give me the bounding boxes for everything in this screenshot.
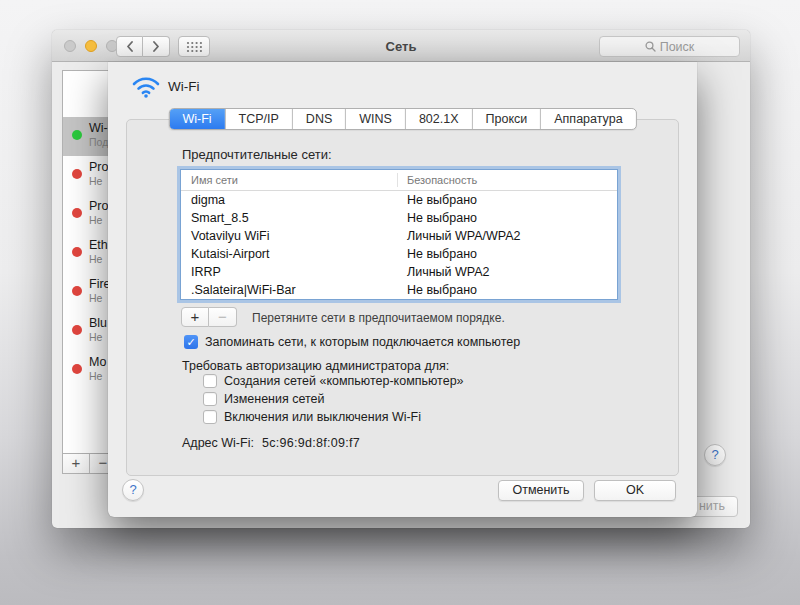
remember-networks-label: Запоминать сети, к которым подключается … [205, 335, 520, 349]
status-dot-disconnected-icon [72, 286, 82, 296]
status-dot-disconnected-icon [72, 364, 82, 374]
admin-option-create-networks[interactable]: Создания сетей «компьютер-компьютер» [203, 374, 464, 388]
tab-dns[interactable]: DNS [292, 109, 345, 129]
remove-network-button[interactable]: − [209, 307, 237, 327]
checkbox-unchecked-icon [203, 392, 217, 406]
network-security: Личный WPA2 [407, 265, 490, 279]
network-security: Личный WPA/WPA2 [407, 229, 521, 243]
network-list-actions: + − [181, 307, 237, 327]
network-name: Votavilyu WiFi [191, 229, 270, 243]
checkbox-unchecked-icon [203, 410, 217, 424]
network-name: Kutaisi-Airport [191, 247, 270, 261]
preferred-networks-table: Имя сети Безопасность digma Не выбрано S… [180, 169, 618, 300]
add-service-button[interactable]: + [63, 454, 90, 473]
ok-button[interactable]: OK [594, 480, 676, 501]
admin-option-label: Изменения сетей [224, 392, 325, 406]
checkbox-unchecked-icon [203, 374, 217, 388]
tab-wifi[interactable]: Wi-Fi [169, 109, 224, 129]
sheet-header: Wi-Fi [132, 75, 199, 98]
network-security: Не выбрано [407, 283, 477, 297]
admin-option-change-networks[interactable]: Изменения сетей [203, 392, 325, 406]
add-network-button[interactable]: + [181, 307, 209, 327]
tab-wins[interactable]: WINS [345, 109, 405, 129]
network-name: digma [191, 193, 225, 207]
admin-option-toggle-wifi[interactable]: Включения или выключения Wi-Fi [203, 410, 421, 424]
status-dot-connected-icon [72, 130, 82, 140]
admin-auth-label: Требовать авторизацию администратора для… [182, 359, 449, 373]
search-placeholder: Поиск [660, 40, 695, 54]
wifi-address-value: 5c:96:9d:8f:09:f7 [262, 436, 360, 450]
tab-proxies[interactable]: Прокси [472, 109, 541, 129]
service-title: Wi-Fi [168, 79, 199, 94]
column-header-network-name: Имя сети [191, 174, 238, 186]
preferences-help-button[interactable]: ? [704, 444, 726, 466]
search-icon [645, 41, 656, 52]
network-security: Не выбрано [407, 211, 477, 225]
tab-hardware[interactable]: Аппаратура [540, 109, 635, 129]
search-field[interactable]: Поиск [599, 36, 740, 57]
network-security: Не выбрано [407, 247, 477, 261]
remember-networks-checkbox-row[interactable]: ✓ Запоминать сети, к которым подключаетс… [184, 335, 520, 349]
status-dot-disconnected-icon [72, 208, 82, 218]
table-row[interactable]: Kutaisi-Airport Не выбрано [181, 245, 617, 263]
network-name: .Salateira|WiFi-Bar [191, 283, 296, 297]
status-dot-disconnected-icon [72, 169, 82, 179]
wifi-address-label: Адрес Wi-Fi: [182, 436, 254, 450]
column-divider [397, 173, 398, 187]
drag-hint-text: Перетяните сети в предпочитаемом порядке… [252, 311, 505, 325]
desktop-background: Сеть Поиск Wi- Под Pro Не [0, 0, 800, 605]
table-header: Имя сети Безопасность [181, 170, 617, 191]
network-name: IRRP [191, 265, 221, 279]
wifi-icon [132, 75, 160, 98]
titlebar: Сеть Поиск [52, 30, 750, 62]
table-row[interactable]: digma Не выбрано [181, 191, 617, 209]
table-row[interactable]: Votavilyu WiFi Личный WPA/WPA2 [181, 227, 617, 245]
checkbox-checked-icon: ✓ [184, 335, 198, 349]
network-name: Smart_8.5 [191, 211, 249, 225]
sheet-help-button[interactable]: ? [122, 479, 144, 501]
settings-tab-bar: Wi-Fi TCP/IP DNS WINS 802.1X Прокси Аппа… [168, 108, 636, 130]
status-dot-disconnected-icon [72, 247, 82, 257]
preferred-networks-label: Предпочтительные сети: [182, 147, 332, 162]
cancel-button[interactable]: Отменить [498, 480, 584, 501]
table-row[interactable]: IRRP Личный WPA2 [181, 263, 617, 281]
status-dot-disconnected-icon [72, 325, 82, 335]
admin-option-label: Включения или выключения Wi-Fi [224, 410, 421, 424]
wifi-address-row: Адрес Wi-Fi:5c:96:9d:8f:09:f7 [182, 436, 360, 450]
admin-option-label: Создания сетей «компьютер-компьютер» [224, 374, 464, 388]
table-row[interactable]: Smart_8.5 Не выбрано [181, 209, 617, 227]
network-security: Не выбрано [407, 193, 477, 207]
column-header-security: Безопасность [407, 174, 477, 186]
wifi-settings-sheet: Wi-Fi Wi-Fi TCP/IP DNS WINS 802.1X Прокс… [108, 62, 697, 517]
table-row[interactable]: .Salateira|WiFi-Bar Не выбрано [181, 281, 617, 299]
tab-8021x[interactable]: 802.1X [405, 109, 472, 129]
tab-tcpip[interactable]: TCP/IP [225, 109, 292, 129]
